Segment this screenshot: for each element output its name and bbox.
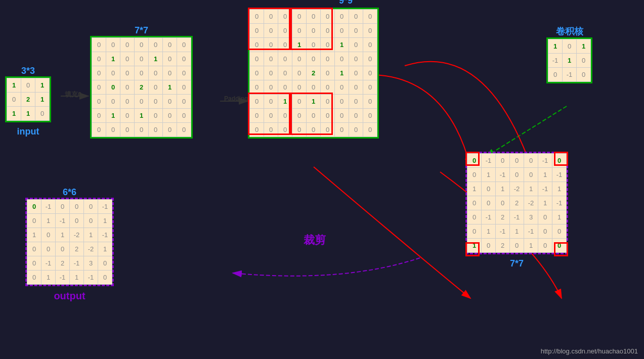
- kernel-matrix: 101 -110 0-10: [548, 39, 591, 82]
- input-3x3-matrix: 101 021 110: [7, 78, 50, 121]
- input-sublabel: input: [5, 126, 51, 137]
- output-6x6-container: 6*6 0-1000-1 01-1001 101-21-1 0002-21 0-…: [25, 187, 114, 302]
- output-sublabel: output: [25, 290, 114, 302]
- padded-7x7-matrix: 0000000 0100100 0000000 0002010 0000000 …: [92, 37, 191, 137]
- kernel-label: 卷积核: [546, 25, 592, 37]
- kernel-container: 卷积核 101 -110 0-10: [546, 25, 592, 85]
- padded-7x7-container: 7*7 0000000 0100100 0000000 0002010 0000…: [90, 25, 193, 141]
- padded-9x9-matrix: 000000000 000000000 000100100 000000000 …: [249, 9, 377, 137]
- output-6x6-matrix: 0-1000-1 01-1001 101-21-1 0002-21 0-12-1…: [27, 199, 112, 285]
- fill-zero-label: 填充0: [65, 90, 81, 99]
- padded-7x7-label: 7*7: [90, 25, 193, 36]
- svg-line-6: [486, 106, 567, 157]
- padded-9x9-container: 9*9 000000000 000000000 000100100 000000…: [248, 8, 379, 141]
- output-6x6-label: 6*6: [25, 187, 114, 198]
- cut-label: 裁剪: [304, 233, 326, 248]
- watermark: http://blog.csdn.net/huachao1001: [541, 347, 638, 355]
- input-3x3-label: 3*3: [5, 66, 51, 76]
- padded-9x9-label: 9*9: [339, 0, 353, 6]
- result-9x9-matrix: 0-1000-10 01-1001-1 101-21-11 0002-21-1 …: [467, 153, 567, 253]
- result-9x9-container: 0-1000-10 01-1001-1 101-21-11 0002-21-1 …: [465, 152, 568, 269]
- input-3x3-container: 3*3 101 021 110 input: [5, 66, 51, 137]
- result-label: 7*7: [465, 258, 568, 269]
